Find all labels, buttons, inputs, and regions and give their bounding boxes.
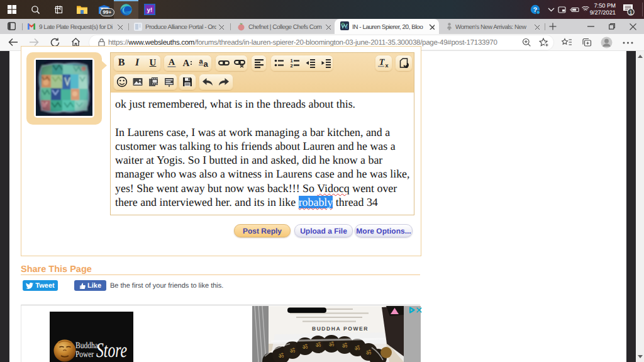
svg-text:Buddha: Buddha — [75, 341, 99, 351]
svg-text:a: a — [199, 58, 203, 65]
svg-text:ॐ: ॐ — [329, 341, 335, 348]
svg-text:y!: y! — [147, 7, 153, 14]
svg-text:Store: Store — [96, 339, 127, 362]
svg-text:ॐ: ॐ — [303, 344, 308, 351]
svg-text:x: x — [385, 62, 388, 69]
svg-text:A: A — [183, 59, 190, 69]
svg-text:ॐ: ॐ — [366, 349, 372, 356]
svg-text:1: 1 — [629, 9, 632, 16]
svg-text:a: a — [203, 59, 208, 69]
svg-text:Power: Power — [75, 350, 94, 359]
svg-text:BUDDHA POWER: BUDDHA POWER — [312, 325, 369, 332]
svg-text:2: 2 — [290, 63, 292, 69]
svg-text:ॐ: ॐ — [355, 345, 360, 352]
svg-text:A: A — [169, 58, 175, 67]
svg-text:ॐ: ॐ — [290, 348, 296, 354]
svg-text:ॐ: ॐ — [316, 342, 321, 349]
svg-text:ॐ: ॐ — [342, 342, 348, 349]
svg-text:ॐ: ॐ — [279, 353, 284, 359]
